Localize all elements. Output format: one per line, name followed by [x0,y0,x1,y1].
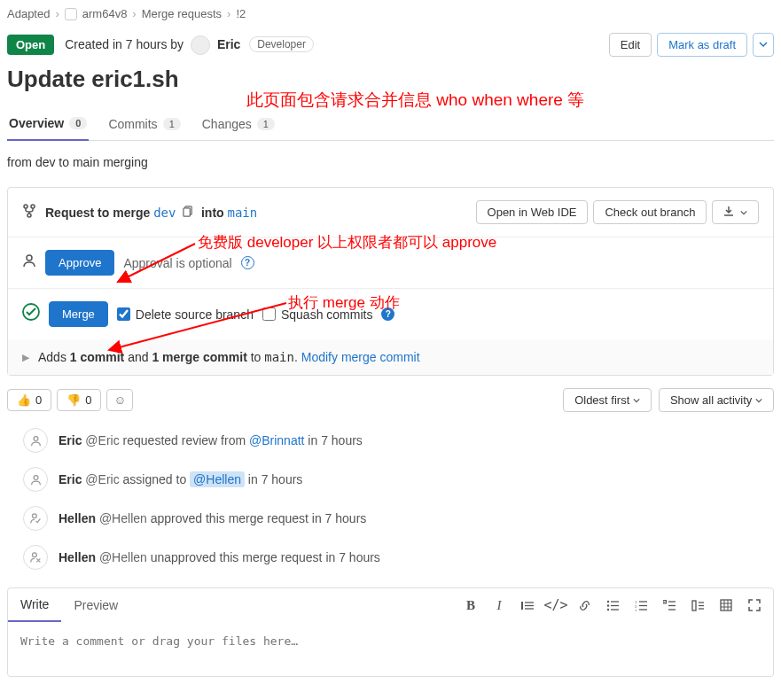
thumbs-down-button[interactable]: 👎0 [57,389,101,411]
help-icon[interactable]: ? [381,307,394,321]
squash-checkbox[interactable]: Squash commits [262,307,372,322]
svg-point-11 [32,513,36,517]
activity-text: Eric @Eric assigned to @Hellen in 7 hour… [59,472,302,486]
status-badge: Open [7,35,54,55]
comment-textarea[interactable] [20,634,761,661]
tab-count: 0 [69,117,87,129]
activity-item: Eric @Eric requested review from @Brinna… [23,428,774,453]
svg-rect-4 [184,207,190,215]
breadcrumb: Adapted › arm64v8 › Merge requests › !2 [7,7,774,20]
person-icon [22,253,36,272]
source-branch[interactable]: dev [153,206,176,220]
thumbs-down-icon: 👎 [66,393,81,407]
svg-point-0 [24,205,27,208]
success-circle-icon [22,303,40,325]
numbered-list-icon[interactable]: 123 [633,597,649,613]
user-mention[interactable]: @Hellen [190,471,245,487]
svg-text:3: 3 [635,608,637,611]
mr-description: from dev to main merging [7,155,774,169]
delete-source-label: Delete source branch [136,307,254,322]
emoji-icon: ☺ [113,393,126,407]
approve-button[interactable]: Approve [45,250,114,276]
breadcrumb-root[interactable]: Adapted [7,7,50,20]
svg-point-18 [606,604,608,606]
editor-toolbar: B I </> 123 [452,592,773,618]
svg-point-1 [31,205,35,208]
editor-body [8,622,773,676]
activity-text: Eric @Eric requested review from @Brinna… [59,433,363,447]
edit-button[interactable]: Edit [609,33,652,57]
activity-text: Hellen @Hellen approved this merge reque… [59,511,366,525]
summary-text: Adds 1 commit and 1 merge commit to main… [38,350,420,364]
unapprove-icon [23,545,48,570]
chevron-down-icon [755,397,762,404]
breadcrumb-section[interactable]: Merge requests [142,7,222,20]
svg-point-12 [32,552,36,556]
add-emoji-button[interactable]: ☺ [106,389,133,411]
svg-point-10 [34,475,38,479]
approval-row: Approve Approval is optional ? [8,237,773,289]
merge-request-row: Request to merge dev into main Open in W… [8,188,773,237]
editor-preview-tab[interactable]: Preview [61,589,130,621]
copy-icon[interactable] [183,206,198,220]
chevron-down-icon [633,397,640,404]
breadcrumb-project[interactable]: arm64v8 [82,7,128,20]
modify-merge-commit-link[interactable]: Modify merge commit [301,350,420,364]
bullet-list-icon[interactable] [605,597,621,613]
tab-overview[interactable]: Overview 0 [7,111,89,141]
tabs: Overview 0 Commits 1 Changes 1 [7,111,774,141]
mark-draft-button[interactable]: Mark as draft [657,33,747,57]
italic-icon[interactable]: I [491,597,507,613]
merge-row-actions: Open in Web IDE Check out branch [476,200,759,224]
breadcrumb-mr-id[interactable]: !2 [236,7,246,20]
into-label: into [201,206,224,220]
role-badge: Developer [249,36,314,52]
thumbs-up-button[interactable]: 👍0 [7,389,51,411]
sort-label: Oldest first [574,393,629,407]
filter-activity-button[interactable]: Show all activity [659,388,774,412]
help-icon[interactable]: ? [241,256,254,269]
activity-feed: Eric @Eric requested review from @Brinna… [23,428,774,570]
sort-button[interactable]: Oldest first [563,388,652,412]
quote-icon[interactable] [519,597,535,613]
approve-icon [23,506,48,531]
chevron-down-icon [740,209,747,216]
author-name[interactable]: Eric [217,36,240,51]
merge-button[interactable]: Merge [49,301,108,327]
thumbs-up-icon: 👍 [17,393,31,407]
table-icon[interactable] [718,597,734,613]
code-icon[interactable]: </> [548,597,564,613]
activity-item: Hellen @Hellen approved this merge reque… [23,506,774,531]
header-row: Open Created in 7 hours by Eric Develope… [7,33,774,57]
collapse-icon[interactable] [690,597,706,613]
request-merge-label: Request to merge [45,206,150,220]
tab-changes[interactable]: Changes 1 [200,111,277,140]
merge-commit-summary[interactable]: ▶ Adds 1 commit and 1 merge commit to ma… [8,339,773,375]
thumbs-up-count: 0 [35,393,42,407]
delete-source-checkbox[interactable]: Delete source branch [117,307,254,322]
link-icon[interactable] [576,597,592,613]
mr-actions-dropdown[interactable] [753,33,774,57]
svg-point-9 [34,436,38,440]
open-web-ide-button[interactable]: Open in Web IDE [476,200,589,224]
editor-write-tab[interactable]: Write [8,588,61,622]
activity-text: Hellen @Hellen unapproved this merge req… [59,550,380,564]
download-icon [723,206,734,216]
merge-action-row: Merge Delete source branch Squash commit… [8,289,773,339]
checkout-branch-button[interactable]: Check out branch [593,200,707,224]
tab-label: Overview [9,116,64,130]
tab-commits[interactable]: Commits 1 [106,111,182,140]
created-info: Created in 7 hours by Eric Developer [65,35,314,55]
editor-tabs: Write Preview B I </> 123 [8,588,773,622]
bold-icon[interactable]: B [463,597,479,613]
author-avatar[interactable] [191,35,210,55]
reactions-toolbar: 👍0 👎0 ☺ Oldest first Show all activity [7,388,774,412]
download-button[interactable] [712,200,759,224]
chevron-right-icon: › [132,7,136,20]
target-branch[interactable]: main [228,206,258,220]
user-mention[interactable]: @Brinnatt [249,433,304,447]
fullscreen-icon[interactable] [746,597,762,613]
filter-label: Show all activity [670,393,752,407]
task-list-icon[interactable] [661,597,677,613]
svg-point-6 [27,255,32,261]
